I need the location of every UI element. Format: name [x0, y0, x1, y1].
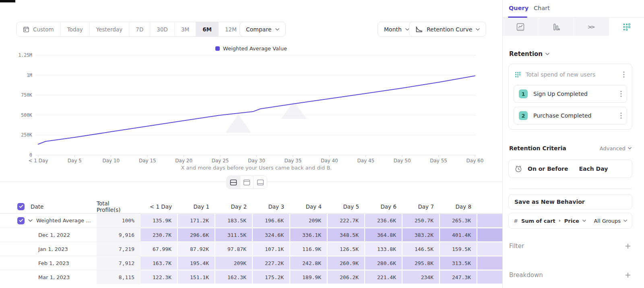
- retention-value-cell[interactable]: 364.8K: [365, 228, 402, 242]
- behavior-card-header[interactable]: Total spend of new users: [509, 65, 632, 84]
- flows-tab[interactable]: [574, 18, 609, 36]
- retention-value-cell[interactable]: 122.3K: [140, 270, 178, 284]
- retention-tab[interactable]: [609, 18, 644, 36]
- column-header--1-day[interactable]: < 1 Day: [140, 200, 178, 213]
- retention-value-cell[interactable]: 163.7K: [140, 256, 178, 270]
- column-header-total-profiles[interactable]: Total Profile(s): [97, 200, 140, 213]
- criteria-mode-dropdown[interactable]: Advanced: [600, 145, 632, 151]
- retention-value-cell[interactable]: 383.2K: [402, 228, 440, 242]
- retention-value-cell[interactable]: 348.5K: [327, 228, 365, 242]
- row-checkbox[interactable]: [17, 217, 25, 224]
- criteria-frequency-label[interactable]: Each Day: [579, 166, 608, 172]
- date-range-custom[interactable]: Custom: [17, 22, 61, 36]
- add-breakdown-button[interactable]: [624, 271, 632, 279]
- tab-chart[interactable]: Chart: [534, 5, 550, 11]
- column-header-day-5[interactable]: Day 5: [327, 200, 365, 213]
- retention-value-cell[interactable]: 234K: [402, 270, 440, 284]
- svg-text:1M: 1M: [27, 73, 32, 78]
- retention-value-cell[interactable]: 171.2K: [178, 213, 215, 228]
- criteria-window-label[interactable]: On or Before: [528, 166, 568, 172]
- column-header-day-7[interactable]: Day 7: [402, 200, 440, 213]
- retention-value-cell[interactable]: 126.5K: [327, 242, 365, 256]
- total-profiles-cell: 7,912: [97, 256, 140, 270]
- svg-text:1.25M: 1.25M: [18, 52, 32, 58]
- retention-value-cell[interactable]: 151.1K: [178, 270, 215, 284]
- chart-legend[interactable]: Weighted Average Value: [0, 46, 502, 52]
- svg-text:Day 60: Day 60: [466, 158, 484, 164]
- groups-dropdown[interactable]: All Groups: [594, 218, 627, 224]
- layout-toggle-split[interactable]: [227, 176, 240, 189]
- chart-type-dropdown[interactable]: Retention Curve: [409, 22, 486, 37]
- measure-selector[interactable]: # Sum of cart Price All Groups: [508, 213, 632, 229]
- retention-value-cell[interactable]: 133.8K: [365, 242, 402, 256]
- retention-value-cell[interactable]: 311.5K: [215, 228, 252, 242]
- retention-value-cell[interactable]: 175.2K: [252, 270, 290, 284]
- step-menu-button[interactable]: [619, 112, 623, 120]
- retention-value-cell[interactable]: 162.3K: [215, 270, 252, 284]
- step-menu-button[interactable]: [619, 90, 623, 98]
- retention-value-cell[interactable]: 195.4K: [178, 256, 215, 270]
- retention-value-cell[interactable]: 116.9K: [290, 242, 327, 256]
- retention-value-cell[interactable]: 280.6K: [365, 256, 402, 270]
- column-header-day-1[interactable]: Day 1: [178, 200, 215, 213]
- funnels-tab[interactable]: [538, 18, 574, 36]
- retention-value-cell[interactable]: 87.92K: [178, 242, 215, 256]
- retention-value-cell[interactable]: 247.3K: [440, 270, 477, 284]
- date-range-7d[interactable]: 7D: [129, 22, 150, 36]
- date-range-today[interactable]: Today: [61, 22, 90, 36]
- criteria-window-card[interactable]: On or Before Each Day: [508, 160, 632, 178]
- retention-value-cell[interactable]: 265.3K: [440, 213, 477, 228]
- tab-query[interactable]: Query: [509, 5, 528, 11]
- retention-value-cell[interactable]: 209K: [215, 256, 252, 270]
- retention-value-cell[interactable]: 295.8K: [402, 256, 440, 270]
- retention-value-cell[interactable]: 209K: [290, 213, 327, 228]
- retention-value-cell[interactable]: 196.6K: [252, 213, 290, 228]
- retention-value-cell[interactable]: 250.7K: [402, 213, 440, 228]
- retention-value-cell[interactable]: 97.87K: [215, 242, 252, 256]
- chevron-down-icon: [628, 147, 632, 149]
- column-header-date[interactable]: Date: [28, 200, 97, 213]
- date-range-30d[interactable]: 30D: [150, 22, 175, 36]
- retention-value-cell[interactable]: 135.9K: [140, 213, 178, 228]
- svg-text:250K: 250K: [21, 132, 32, 138]
- column-header-day-4[interactable]: Day 4: [290, 200, 327, 213]
- column-header-day-3[interactable]: Day 3: [252, 200, 290, 213]
- layout-toggle-top[interactable]: [240, 176, 254, 189]
- date-range-6m[interactable]: 6M: [196, 22, 219, 36]
- retention-value-cell[interactable]: 183.5K: [215, 213, 252, 228]
- retention-value-cell[interactable]: 236.6K: [365, 213, 402, 228]
- column-header-day-2[interactable]: Day 2: [215, 200, 252, 213]
- retention-value-cell[interactable]: 189.9K: [290, 270, 327, 284]
- compare-button[interactable]: Compare: [239, 22, 286, 37]
- retention-value-cell[interactable]: 221.4K: [365, 270, 402, 284]
- column-header-day-8[interactable]: Day 8: [440, 200, 477, 213]
- behavior-step-2[interactable]: 2Purchase Completed: [514, 107, 627, 124]
- retention-value-cell[interactable]: 227.2K: [252, 256, 290, 270]
- retention-value-cell[interactable]: 324.6K: [252, 228, 290, 242]
- retention-value-cell[interactable]: 146.5K: [402, 242, 440, 256]
- add-filter-button[interactable]: [624, 242, 632, 250]
- select-all-checkbox[interactable]: [17, 203, 25, 210]
- retention-value-cell[interactable]: 260.9K: [327, 256, 365, 270]
- retention-value-cell[interactable]: 206.2K: [327, 270, 365, 284]
- retention-value-cell[interactable]: 401.4K: [440, 228, 477, 242]
- date-range-3m[interactable]: 3M: [175, 22, 196, 36]
- save-as-new-behavior-button[interactable]: Save as New Behavior: [508, 194, 632, 209]
- retention-value-cell[interactable]: 313.5K: [440, 256, 477, 270]
- retention-value-cell[interactable]: 159.5K: [440, 242, 477, 256]
- column-header-day-6[interactable]: Day 6: [365, 200, 402, 213]
- date-range-yesterday[interactable]: Yesterday: [90, 22, 130, 36]
- retention-value-cell[interactable]: 296.6K: [178, 228, 215, 242]
- insights-tab[interactable]: [503, 18, 538, 36]
- retention-value-cell[interactable]: 222.7K: [327, 213, 365, 228]
- retention-value-cell[interactable]: 67.99K: [140, 242, 178, 256]
- behavior-step-1[interactable]: 1Sign Up Completed: [514, 85, 627, 103]
- behavior-menu-button[interactable]: [621, 70, 626, 79]
- expand-chevron-icon[interactable]: [28, 219, 33, 222]
- retention-value-cell[interactable]: 336.1K: [290, 228, 327, 242]
- report-section-dropdown[interactable]: Retention: [509, 50, 549, 58]
- retention-value-cell[interactable]: 107.1K: [252, 242, 290, 256]
- retention-value-cell[interactable]: 242.8K: [290, 256, 327, 270]
- retention-value-cell[interactable]: 230.7K: [140, 228, 178, 242]
- layout-toggle-bottom[interactable]: [254, 176, 267, 189]
